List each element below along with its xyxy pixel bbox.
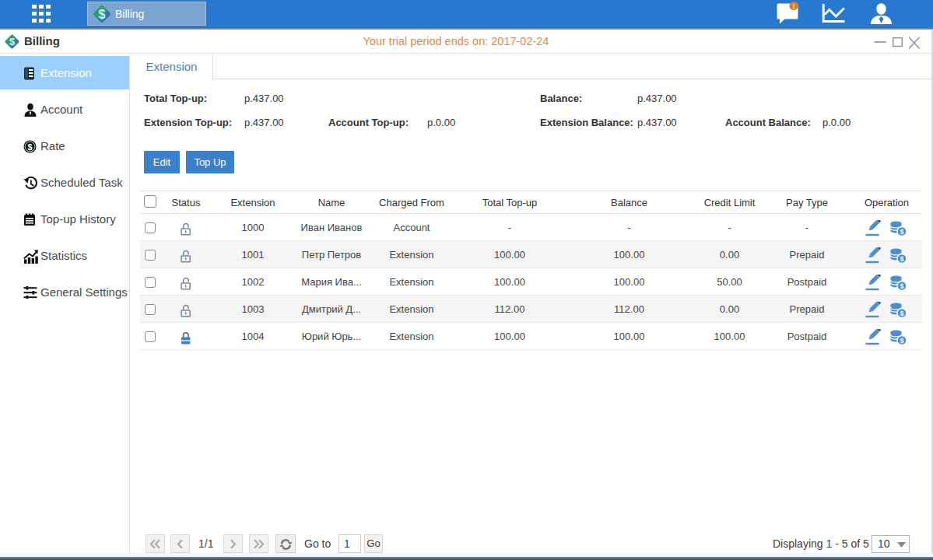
svg-text:!: !	[793, 2, 795, 10]
svg-text:$: $	[900, 255, 903, 263]
svg-text:$: $	[900, 310, 903, 317]
svg-text:$: $	[900, 337, 903, 345]
svg-text:$: $	[99, 8, 106, 21]
svg-text:$: $	[900, 228, 903, 236]
svg-text:$: $	[900, 282, 903, 290]
svg-text:$: $	[27, 142, 32, 152]
